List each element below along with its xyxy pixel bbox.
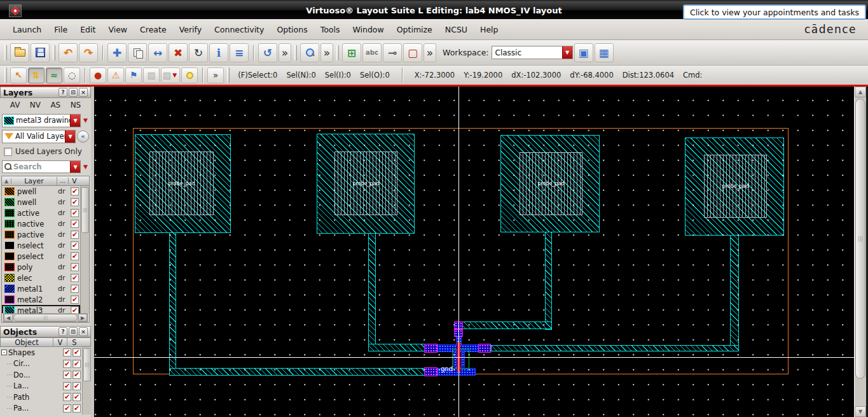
create-overflow-button[interactable]: » [424, 43, 436, 62]
toolbar-grip[interactable] [227, 67, 230, 83]
area-tool-button[interactable]: ▨▼ [161, 67, 180, 83]
object-s-checkbox[interactable]: ✔ [72, 404, 81, 413]
layer-visible-checkbox[interactable]: ✔ [71, 198, 79, 206]
open-button[interactable] [10, 43, 29, 62]
layer-visible-checkbox[interactable]: ✔ [71, 252, 79, 260]
pad3-trace-horizontal[interactable] [460, 322, 552, 329]
sort-arrow-icon[interactable]: ▲ [2, 178, 11, 184]
mode-av[interactable]: AV [10, 101, 20, 110]
menu-window[interactable]: Window [346, 22, 390, 37]
probe-pad-3-glass[interactable]: probe_pad [520, 152, 582, 215]
header-object[interactable]: Object [1, 338, 53, 347]
pad4-trace-vertical[interactable] [730, 235, 739, 351]
tab-windows-button[interactable]: ▣ [574, 43, 593, 62]
objects-help-button[interactable]: ? [59, 327, 67, 336]
zoom-button[interactable] [300, 43, 319, 62]
scrollbar-thumb[interactable]: ||| [83, 348, 91, 381]
layers-close-button[interactable]: × [79, 88, 88, 97]
layer-table-scrollbar[interactable]: ||| [80, 186, 89, 313]
header-s[interactable]: S [67, 338, 81, 347]
menu-edit[interactable]: Edit [74, 22, 102, 37]
object-v-checkbox[interactable]: ✔ [63, 348, 71, 357]
menu-view[interactable]: View [102, 22, 134, 37]
toggle-assistants-button[interactable]: ▦ [595, 43, 614, 62]
active-layer-dropdown-button[interactable]: ▼ [70, 115, 80, 127]
create-pin-button[interactable]: ⊸ [383, 43, 402, 62]
pad4-trace-horizontal[interactable] [491, 345, 739, 351]
pad1-trace-vertical[interactable] [169, 232, 176, 376]
probe-pad-2-glass[interactable]: probe_pad [334, 152, 397, 215]
layer-visible-checkbox[interactable]: ✔ [71, 295, 79, 304]
gnd-via[interactable] [424, 367, 437, 376]
layer-row-poly[interactable]: polydr✔ [2, 262, 80, 272]
objects-close-button[interactable]: × [79, 327, 88, 336]
source-via[interactable] [424, 344, 437, 353]
layer-filter-dropdown-button[interactable]: ▼ [65, 131, 75, 143]
header-purpose[interactable]: ... [57, 178, 69, 184]
mode-nv[interactable]: NV [30, 101, 41, 110]
canvas-scrollbar[interactable]: ▲ ||| ▼ [854, 87, 866, 417]
select-mode-button[interactable]: ↖ [10, 67, 27, 83]
search-dropdown-button[interactable]: ▼ [70, 161, 80, 173]
layer-table-header[interactable]: ▲ Layer ... V [2, 176, 89, 186]
menu-file[interactable]: File [48, 22, 74, 37]
object-row-shapes[interactable]: –Shapes✔✔ [0, 347, 82, 358]
header-visible[interactable]: V [69, 177, 80, 185]
layer-row-pwell[interactable]: pwelldr✔ [2, 186, 80, 197]
object-s-checkbox[interactable]: ✔ [72, 371, 81, 379]
header-layer[interactable]: Layer [11, 177, 57, 185]
object-v-checkbox[interactable]: ✔ [63, 393, 71, 401]
layer-visible-checkbox[interactable]: ✔ [71, 285, 79, 293]
layer-visible-checkbox[interactable]: ✔ [71, 220, 79, 228]
rotate-button[interactable]: ↻ [189, 43, 208, 62]
object-s-checkbox[interactable]: ✔ [72, 393, 81, 401]
layer-visible-checkbox[interactable]: ✔ [71, 230, 79, 239]
active-layer-combo[interactable]: metal3 drawing ▼ [2, 114, 81, 127]
stretch-button[interactable]: ↔ [148, 43, 167, 62]
path-edit-mode-button[interactable]: ⇄ [28, 67, 45, 83]
toolbar-overflow-button[interactable]: » [279, 43, 291, 62]
used-layers-checkbox[interactable] [4, 148, 12, 156]
layer-row-pactive[interactable]: pactivedr✔ [2, 229, 80, 240]
header-v[interactable]: V [53, 338, 67, 347]
menu-verify[interactable]: Verify [173, 22, 208, 37]
undo-button[interactable]: ↶ [59, 43, 78, 62]
layer-tap-mode-button[interactable]: ≈ [46, 67, 62, 83]
mirror-tool-button[interactable]: ▨ [143, 67, 160, 83]
objects-float-button[interactable]: ⊡ [69, 327, 78, 336]
layer-filter-combo[interactable]: All Valid Layer ▼ [2, 130, 76, 143]
layer-visible-checkbox[interactable]: ✔ [71, 209, 79, 217]
move-button[interactable]: ✚ [107, 43, 127, 62]
menu-ncsu[interactable]: NCSU [439, 22, 474, 37]
probe-pad-2[interactable]: probe_pad [317, 134, 415, 234]
object-v-checkbox[interactable]: ✔ [63, 360, 71, 368]
layers-float-button[interactable]: ⊡ [69, 88, 78, 97]
redo-button[interactable]: ↷ [79, 43, 98, 62]
layer-row-metal3[interactable]: metal3dr✔ [2, 305, 80, 313]
hint-button[interactable] [181, 67, 198, 83]
stop-button[interactable]: ● [90, 67, 106, 83]
menu-optimize[interactable]: Optimize [390, 22, 439, 37]
mode-overflow-button[interactable]: » [207, 67, 224, 83]
object-row-polygons[interactable]: ⋯Pa...✔✔ [0, 403, 82, 414]
mode-ns[interactable]: NS [71, 101, 81, 110]
layer-visible-checkbox[interactable]: ✔ [71, 187, 79, 195]
gnd-bus-metal3[interactable] [169, 368, 425, 376]
layers-help-button[interactable]: ? [59, 88, 67, 97]
layer-row-nwell[interactable]: nwelldr✔ [2, 197, 80, 208]
layer-visible-checkbox[interactable]: ✔ [71, 306, 79, 313]
layer-row-pselect[interactable]: pselectdr✔ [2, 251, 80, 262]
collapse-panel-button[interactable]: « [77, 131, 89, 143]
title-bar[interactable]: Virtuoso® Layout Suite L Editing: lab4 N… [0, 0, 868, 19]
layer-row-nactive[interactable]: nactivedr✔ [2, 218, 80, 229]
create-label-button[interactable]: abc [362, 43, 382, 62]
canvas-scrollbar-thumb[interactable]: ||| [855, 99, 865, 379]
menu-connectivity[interactable]: Connectivity [208, 22, 270, 37]
properties-button[interactable]: ℹ [209, 43, 228, 62]
probe-pad-1-glass[interactable]: probe_pad [149, 152, 214, 215]
layer-table-hscrollbar[interactable]: ◀ ||| ▶ [3, 313, 88, 322]
probe-pad-4-glass[interactable]: probe_pad [704, 155, 767, 218]
dropdown-triangle-icon[interactable]: ▼ [172, 72, 177, 78]
gravity-button[interactable]: ⚑ [125, 67, 142, 83]
workspace-combo[interactable]: Classic ▼ [492, 46, 573, 59]
